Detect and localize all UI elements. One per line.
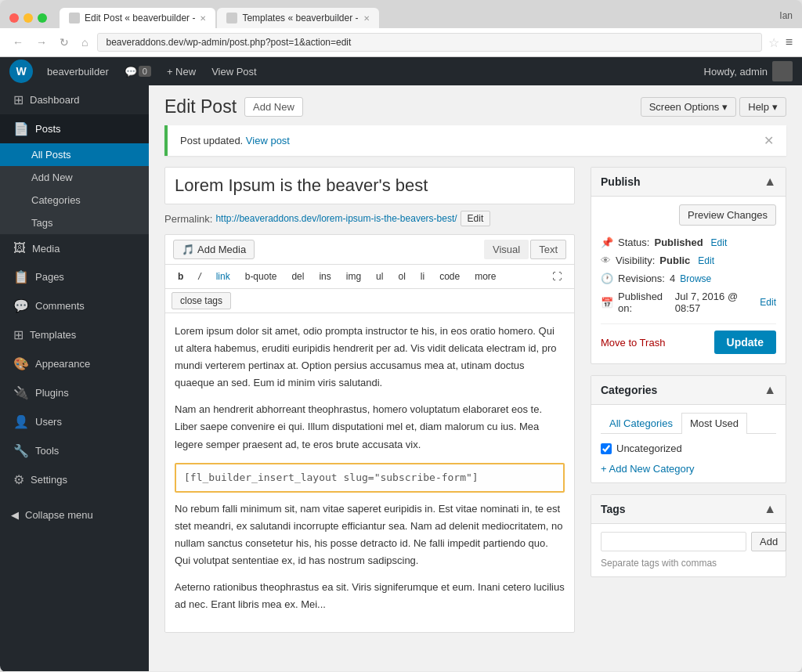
sidebar-item-users[interactable]: 👤 Users xyxy=(0,407,149,436)
browser-tab-1[interactable]: Edit Post « beaverbuilder - ✕ xyxy=(60,8,215,28)
admin-bar-comments[interactable]: 💬 0 xyxy=(117,57,159,85)
tags-panel-toggle[interactable]: ▲ xyxy=(764,502,776,516)
tags-panel: Tags ▲ Add Separate tags with commas xyxy=(591,494,786,577)
toolbar-bold-button[interactable]: b xyxy=(172,268,190,285)
toolbar-del-button[interactable]: del xyxy=(285,268,310,285)
sidebar-item-posts[interactable]: 📄 Posts xyxy=(0,114,149,143)
toolbar-more-button[interactable]: more xyxy=(468,268,502,285)
sidebar-item-dashboard[interactable]: ⊞ Dashboard xyxy=(0,85,149,114)
sidebar-item-media[interactable]: 🖼 Media xyxy=(0,234,149,262)
sidebar-item-users-label: Users xyxy=(35,416,62,428)
toolbar-code-button[interactable]: code xyxy=(433,268,466,285)
sidebar-item-comments[interactable]: 💬 Comments xyxy=(0,291,149,320)
toolbar-li-button[interactable]: li xyxy=(414,268,431,285)
help-button[interactable]: Help ▾ xyxy=(739,97,786,117)
admin-bar-new[interactable]: + New xyxy=(159,57,204,85)
uncategorized-checkbox[interactable] xyxy=(601,443,612,454)
visibility-edit-link[interactable]: Edit xyxy=(698,255,714,266)
toolbar-ins-button[interactable]: ins xyxy=(312,268,337,285)
page-header: Edit Post Add New Screen Options ▾ Help … xyxy=(149,85,802,125)
toolbar-ul-button[interactable]: ul xyxy=(370,268,389,285)
move-to-trash-link[interactable]: Move to Trash xyxy=(601,337,665,349)
toolbar-link-button[interactable]: link xyxy=(210,268,237,285)
preview-changes-button[interactable]: Preview Changes xyxy=(679,204,776,226)
admin-bar-site[interactable]: beaverbuilder xyxy=(39,57,117,85)
publish-panel-body: Preview Changes 📌 Status: Published Edit… xyxy=(591,197,786,363)
revisions-browse-link[interactable]: Browse xyxy=(680,273,711,284)
most-used-tab[interactable]: Most Used xyxy=(681,413,747,434)
publish-panel-toggle[interactable]: ▲ xyxy=(764,175,776,189)
collapse-menu-item[interactable]: ◀ Collapse menu xyxy=(0,502,149,528)
sidebar-item-pages[interactable]: 📋 Pages xyxy=(0,262,149,291)
status-edit-link[interactable]: Edit xyxy=(711,237,728,248)
sidebar-sub-all-posts[interactable]: All Posts xyxy=(0,143,149,166)
tags-panel-header: Tags ▲ xyxy=(591,495,786,524)
editor-text-tab[interactable]: Text xyxy=(530,240,566,259)
browser-tab-2[interactable]: Templates « beaverbuilder - ✕ xyxy=(217,8,378,28)
sidebar-sub-add-new[interactable]: Add New xyxy=(0,166,149,189)
browser-tab-1-close[interactable]: ✕ xyxy=(200,14,206,23)
published-edit-link[interactable]: Edit xyxy=(760,297,776,308)
admin-bar-view-post[interactable]: View Post xyxy=(204,57,265,85)
all-categories-tab[interactable]: All Categories xyxy=(601,413,681,433)
toolbar-ol-button[interactable]: ol xyxy=(392,268,411,285)
comments-icon: 💬 xyxy=(13,298,29,313)
address-bar-input[interactable] xyxy=(97,33,761,52)
update-button[interactable]: Update xyxy=(714,331,776,354)
appearance-icon: 🎨 xyxy=(13,356,29,371)
publish-status-row: 📌 Status: Published Edit xyxy=(601,233,776,251)
home-button[interactable]: ⌂ xyxy=(78,34,91,50)
sidebar-item-appearance[interactable]: 🎨 Appearance xyxy=(0,349,149,378)
sidebar-item-media-label: Media xyxy=(32,243,60,255)
close-tags-button[interactable]: close tags xyxy=(172,292,231,309)
add-new-category-link[interactable]: + Add New Category xyxy=(601,463,776,475)
content-paragraph-2: Nam an hendrerit abhorreant theophrastus… xyxy=(175,401,565,453)
sidebar-item-tools-label: Tools xyxy=(35,445,59,457)
add-media-button[interactable]: 🎵 Add Media xyxy=(173,240,255,259)
sidebar-item-templates[interactable]: ⊞ Templates xyxy=(0,320,149,349)
browser-tab-2-close[interactable]: ✕ xyxy=(363,14,370,23)
screen-options-button[interactable]: Screen Options ▾ xyxy=(641,97,737,117)
post-update-notice: Post updated. View post ✕ xyxy=(164,125,786,156)
forward-button[interactable]: → xyxy=(33,34,50,50)
sidebar-item-comments-label: Comments xyxy=(35,300,85,312)
sidebar-item-settings-label: Settings xyxy=(31,474,67,486)
add-tag-button[interactable]: Add xyxy=(751,532,786,551)
permalink-edit-button[interactable]: Edit xyxy=(461,211,491,226)
media-icon: 🖼 xyxy=(13,241,26,255)
tags-input[interactable] xyxy=(601,532,746,551)
sidebar-item-plugins[interactable]: 🔌 Plugins xyxy=(0,378,149,407)
add-new-button[interactable]: Add New xyxy=(244,97,303,117)
refresh-button[interactable]: ↻ xyxy=(56,34,72,50)
editor-area: Permalink: http://beaveraddons.dev/lorem… xyxy=(164,167,575,633)
sidebar-item-settings[interactable]: ⚙ Settings xyxy=(0,465,149,494)
sidebar-sub-tags[interactable]: Tags xyxy=(0,211,149,234)
bookmark-icon[interactable]: ☆ xyxy=(768,35,779,50)
editor-content[interactable]: Lorem ipsum dolor sit amet, odio prompta… xyxy=(165,313,574,632)
toolbar-expand-button[interactable]: ⛶ xyxy=(546,268,568,285)
close-tags-row: close tags xyxy=(165,289,574,313)
posts-icon: 📄 xyxy=(13,121,29,136)
browser-menu-icon[interactable]: ≡ xyxy=(786,35,793,49)
toolbar-img-button[interactable]: img xyxy=(340,268,367,285)
permalink-url-link[interactable]: http://beaveraddons.dev/lorem-ipsum-is-t… xyxy=(215,213,457,224)
sidebar-sub-categories[interactable]: Categories xyxy=(0,189,149,211)
sidebar-item-tools[interactable]: 🔧 Tools xyxy=(0,436,149,465)
editor-visual-tab[interactable]: Visual xyxy=(484,240,529,259)
users-icon: 👤 xyxy=(13,414,29,429)
maximize-dot[interactable] xyxy=(38,13,47,23)
categories-panel-toggle[interactable]: ▲ xyxy=(764,383,776,397)
add-media-label: Add Media xyxy=(197,244,246,255)
view-post-link[interactable]: View post xyxy=(246,135,290,146)
browser-window: Edit Post « beaverbuilder - ✕ Templates … xyxy=(0,0,802,672)
browser-dots xyxy=(9,13,47,23)
toolbar-italic-button[interactable]: / xyxy=(192,268,207,285)
close-dot[interactable] xyxy=(9,13,19,23)
minimize-dot[interactable] xyxy=(23,13,33,23)
notice-dismiss-button[interactable]: ✕ xyxy=(764,133,774,148)
toolbar-bquote-button[interactable]: b-quote xyxy=(239,268,284,285)
browser-titlebar: Edit Post « beaverbuilder - ✕ Templates … xyxy=(0,0,802,28)
wp-logo[interactable]: W xyxy=(9,60,33,83)
post-title-input[interactable] xyxy=(164,167,575,204)
back-button[interactable]: ← xyxy=(9,34,27,50)
